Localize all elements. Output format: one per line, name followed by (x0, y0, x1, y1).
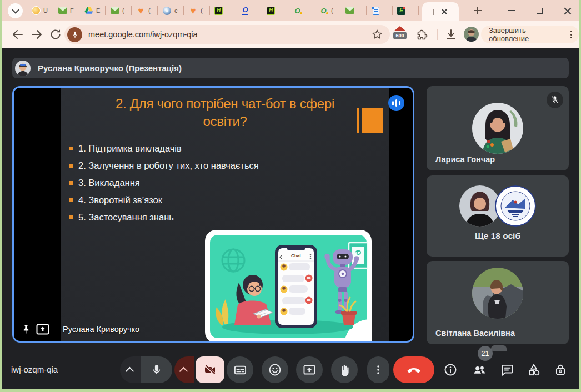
bookmark-star-icon[interactable] (371, 28, 383, 41)
browser-tab[interactable]: ( (184, 0, 210, 21)
browser-tab[interactable]: F (53, 0, 79, 21)
browser-tab[interactable]: є (158, 0, 184, 21)
camera-options-button[interactable] (174, 356, 194, 383)
close-window-icon[interactable] (564, 7, 571, 14)
o-green-favicon: O (319, 6, 328, 16)
extension-shield-icon (394, 26, 406, 31)
presenter-banner-label: Руслана Криворучко (Презентація) (38, 63, 182, 73)
forward-icon[interactable] (30, 28, 43, 41)
heart-favicon (188, 6, 198, 16)
toolbar-divider (437, 29, 438, 40)
browser-tab[interactable]: O( (314, 0, 340, 21)
browser-tab[interactable]: Е (393, 0, 419, 21)
tab-title-sliver (433, 9, 434, 15)
doc-blue-favicon (373, 7, 379, 15)
back-icon[interactable] (11, 28, 24, 41)
adblock-extension-icon[interactable]: 600 (392, 26, 408, 43)
address-bar[interactable]: meet.google.com/iwj-ozqm-qia (64, 25, 390, 44)
google-drive-favicon (84, 6, 93, 16)
presenter-banner: Руслана Криворучко (Презентація) (12, 58, 569, 78)
browser-menu-icon[interactable] (569, 31, 574, 38)
extensions-puzzle-icon[interactable] (415, 28, 429, 41)
slide-bullet: 3. Викладання (69, 178, 259, 188)
presentation-tile[interactable]: 2. Для чого потрібен чат-бот в сфері осв… (12, 86, 414, 343)
browser-tab[interactable]: Н (262, 0, 288, 21)
browser-tab[interactable]: Н (210, 0, 236, 21)
browser-tab[interactable]: ( (132, 0, 158, 21)
speaking-indicator-icon (388, 95, 404, 111)
slide-title: 2. Для чого потрібен чат-бот в сфері осв… (93, 95, 357, 131)
mail-favicon (345, 7, 354, 14)
maximize-icon[interactable] (537, 8, 543, 14)
mic-toggle-button[interactable] (141, 356, 172, 383)
e-box-favicon: Е (397, 7, 405, 15)
pin-icon[interactable] (21, 323, 32, 335)
reload-icon[interactable] (49, 28, 62, 41)
browser-tab[interactable]: О (236, 0, 262, 21)
active-tab-meet[interactable] (422, 2, 459, 21)
self-view-peek[interactable] (491, 345, 507, 351)
browser-tab[interactable] (340, 0, 367, 21)
camera-toggle-button[interactable] (196, 356, 224, 383)
overflow-count-label: Ще 18 осіб (427, 231, 569, 241)
participants-button[interactable] (472, 363, 487, 377)
avatar-photo (459, 185, 500, 227)
host-controls-button[interactable] (553, 363, 568, 377)
browser-tab[interactable]: Е (79, 0, 106, 21)
o-blue-favicon: О (241, 6, 250, 16)
mail-favicon (58, 7, 67, 14)
more-vertical-icon (372, 363, 385, 376)
activities-button[interactable] (527, 363, 541, 377)
microphone-icon (71, 31, 79, 38)
url-text[interactable]: meet.google.com/iwj-ozqm-qia (88, 30, 371, 39)
meet-control-bar: iwj-ozqm-qia (2, 351, 579, 389)
slide-bullet: 2. Залучення в роботу тих, хто навчаєтьс… (69, 160, 259, 171)
reactions-button[interactable] (262, 356, 288, 383)
browser-tab[interactable] (367, 0, 393, 21)
slide-bullet-list: 1. Підтримка викладачів 2. Залучення в р… (69, 143, 259, 229)
tile-footer: Руслана Криворучко (21, 323, 139, 335)
browser-window: U F Е ( ( є ( Н О Н O O( Е (2, 0, 579, 389)
raise-hand-button[interactable] (331, 356, 358, 383)
avatar-photo (464, 27, 479, 42)
tab-search-button[interactable] (8, 3, 23, 18)
present-screen-button[interactable] (296, 356, 323, 383)
google-meet-page: Руслана Криворучко (Презентація) 2. Для … (2, 48, 579, 389)
microphone-icon (150, 363, 163, 376)
presenter-avatar (15, 61, 31, 76)
minimize-icon[interactable] (508, 10, 515, 11)
download-icon[interactable] (444, 28, 458, 41)
profile-avatar[interactable] (464, 27, 479, 42)
finish-update-button[interactable]: Завершить обновление (481, 26, 579, 43)
chat-button[interactable] (500, 363, 514, 377)
chevron-up-icon (125, 366, 134, 375)
mic-options-button[interactable] (120, 356, 141, 383)
avatar-photo (472, 268, 523, 319)
hand-icon (338, 363, 352, 377)
un-logo-favicon (32, 6, 41, 15)
end-call-button[interactable] (393, 356, 434, 383)
heart-favicon (136, 6, 146, 16)
meeting-details-button[interactable] (443, 363, 458, 377)
slide-bullet: 1. Підтримка викладачів (69, 143, 259, 154)
close-tab-icon[interactable] (441, 8, 448, 15)
more-options-button[interactable] (367, 356, 389, 383)
new-tab-button[interactable] (472, 5, 483, 16)
present-icon (302, 363, 317, 377)
participant-avatar (472, 268, 523, 319)
h-box-favicon: Н (267, 7, 275, 15)
participant-tile[interactable]: Лариса Гончар (427, 86, 569, 170)
mic-permission-chip[interactable] (67, 27, 82, 42)
finish-update-label: Завершить обновление (489, 26, 564, 43)
participant-tile[interactable]: Світлана Василівна (427, 261, 569, 344)
participant-name: Лариса Гончар (435, 155, 495, 164)
participant-overflow-tile[interactable]: Ще 18 осіб (427, 175, 569, 257)
participant-avatar (472, 103, 523, 154)
browser-tab[interactable]: ( (106, 0, 132, 21)
captions-button[interactable] (227, 356, 253, 383)
mail-favicon (111, 7, 119, 14)
browser-tab[interactable]: O (288, 0, 314, 21)
o-green-favicon: O (293, 6, 302, 16)
browser-tab[interactable]: U (27, 0, 53, 21)
chevron-down-icon (11, 6, 19, 14)
